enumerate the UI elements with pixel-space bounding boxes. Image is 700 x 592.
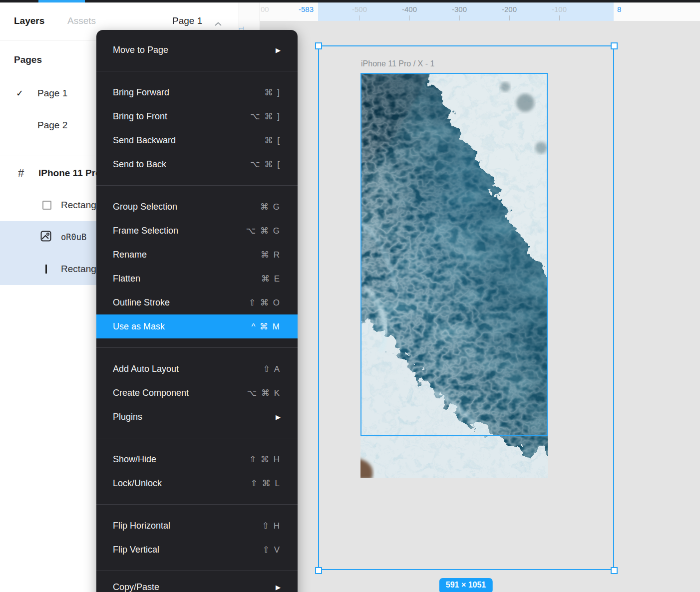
ruler-tick-label: -400	[394, 4, 424, 14]
menu-item-shortcut: ⇧ ⌘ H	[249, 454, 281, 465]
menu-section: Show/Hide ⇧ ⌘ H Lock/Unlock ⇧ ⌘ L	[96, 438, 298, 504]
menu-item-label: Send Backward	[113, 135, 176, 146]
context-menu: Move to Page ▶ Bring Forward ⌘ ] Bring t…	[96, 30, 298, 592]
menu-item-shortcut: ⇧ ⌘ L	[251, 478, 281, 489]
menu-item-shortcut: ⇧ ⌘ O	[249, 297, 281, 308]
selection-handle-top-left[interactable]	[315, 42, 322, 49]
menu-item-shortcut: ⌥ ⌘ K	[247, 388, 281, 398]
menu-item-label: Flip Vertical	[113, 545, 159, 555]
selection-size-badge: 591 × 1051	[439, 578, 493, 592]
chevron-up-icon[interactable]	[215, 19, 222, 28]
page-selector[interactable]: Page 1	[172, 15, 202, 26]
line-icon	[45, 265, 47, 274]
menu-item-shortcut: ⌘ [	[265, 135, 281, 146]
ruler-tick	[409, 15, 410, 20]
menu-item-shortcut: ⇧ V	[263, 545, 281, 555]
frame-label[interactable]: iPhone 11 Pro / X - 1	[361, 59, 434, 68]
menu-item-flip-vertical[interactable]: Flip Vertical ⇧ V	[96, 538, 298, 562]
menu-item-label: Frame Selection	[113, 226, 178, 236]
menu-item-label: Group Selection	[113, 202, 177, 212]
menu-item-label: Copy/Paste	[113, 582, 159, 592]
menu-item-rename[interactable]: Rename ⌘ R	[96, 243, 298, 267]
window-top-strip	[0, 0, 700, 2]
menu-item-label: Use as Mask	[113, 321, 165, 332]
menu-item-shortcut: ⌥ ⌘ [	[250, 159, 281, 170]
rectangle-icon	[42, 201, 51, 210]
menu-item-label: Show/Hide	[113, 454, 156, 465]
ruler-tick-label: -100	[544, 4, 574, 14]
menu-item-shortcut: ⇧ H	[262, 521, 281, 531]
menu-item-label: Flip Horizontal	[113, 521, 170, 531]
menu-section: Flip Horizontal ⇧ H Flip Vertical ⇧ V	[96, 504, 298, 571]
menu-item-group-selection[interactable]: Group Selection ⌘ G	[96, 195, 298, 219]
menu-item-show-hide[interactable]: Show/Hide ⇧ ⌘ H	[96, 447, 298, 471]
ruler-tick	[559, 15, 560, 20]
menu-item-create-component[interactable]: Create Component ⌥ ⌘ K	[96, 381, 298, 405]
ruler-tick-label: -300	[444, 4, 474, 14]
menu-section: Group Selection ⌘ G Frame Selection ⌥ ⌘ …	[96, 185, 298, 347]
ocean-photo	[360, 73, 548, 478]
pages-header: Pages	[14, 54, 42, 65]
horizontal-ruler: 00 -583 -500 -400 -300 -200 -100 8	[259, 2, 700, 21]
menu-item-flatten[interactable]: Flatten ⌘ E	[96, 267, 298, 291]
menu-section: Bring Forward ⌘ ] Bring to Front ⌥ ⌘ ] S…	[96, 71, 298, 185]
menu-section: Add Auto Layout ⇧ A Create Component ⌥ ⌘…	[96, 347, 298, 438]
menu-item-move-to-page[interactable]: Move to Page ▶	[96, 38, 298, 62]
ruler-corner	[239, 2, 260, 21]
ruler-tick-label: -200	[494, 4, 524, 14]
menu-item-shortcut: ⌘ E	[261, 274, 281, 284]
menu-item-label: Add Auto Layout	[113, 364, 179, 374]
selection-handle-bottom-left[interactable]	[315, 567, 322, 574]
submenu-arrow-icon: ▶	[276, 584, 281, 591]
menu-item-shortcut: ^ ⌘ M	[251, 321, 281, 332]
menu-item-shortcut: ⌥ ⌘ ]	[250, 111, 281, 122]
ruler-faded-number: 00	[261, 4, 269, 14]
menu-item-label: Move to Page	[113, 45, 168, 55]
tab-layers[interactable]: Layers	[14, 15, 44, 26]
menu-item-add-auto-layout[interactable]: Add Auto Layout ⇧ A	[96, 357, 298, 381]
menu-section: Move to Page ▶	[96, 30, 298, 71]
layer-label: oR0uB	[61, 232, 86, 242]
ruler-tick	[459, 15, 460, 20]
menu-item-label: Bring to Front	[113, 111, 167, 122]
menu-item-send-backward[interactable]: Send Backward ⌘ [	[96, 128, 298, 152]
ocean-image-layer[interactable]	[360, 73, 548, 478]
menu-item-bring-forward[interactable]: Bring Forward ⌘ ]	[96, 80, 298, 104]
menu-item-flip-horizontal[interactable]: Flip Horizontal ⇧ H	[96, 514, 298, 538]
submenu-arrow-icon: ▶	[276, 413, 281, 421]
menu-section: Copy/Paste ▶	[96, 571, 298, 592]
image-icon	[40, 230, 52, 244]
selection-handle-bottom-right[interactable]	[611, 567, 618, 574]
menu-item-use-as-mask[interactable]: Use as Mask ^ ⌘ M	[96, 314, 298, 338]
menu-item-shortcut: ⌘ ]	[265, 87, 281, 98]
check-icon: ✓	[16, 88, 23, 99]
menu-item-outline-stroke[interactable]: Outline Stroke ⇧ ⌘ O	[96, 291, 298, 314]
ruler-tick	[509, 15, 510, 20]
page-label: Page 2	[37, 120, 67, 131]
menu-item-frame-selection[interactable]: Frame Selection ⌥ ⌘ G	[96, 219, 298, 243]
submenu-arrow-icon: ▶	[276, 46, 281, 54]
ruler-selection-end: 8	[617, 4, 629, 14]
menu-item-label: Create Component	[113, 388, 189, 398]
menu-item-label: Lock/Unlock	[113, 478, 162, 489]
menu-item-label: Outline Stroke	[113, 297, 170, 308]
menu-item-shortcut: ⌘ R	[261, 250, 281, 260]
page-label: Page 1	[37, 88, 67, 99]
menu-item-label: Rename	[113, 250, 147, 260]
menu-item-copy-paste[interactable]: Copy/Paste ▶	[96, 575, 298, 592]
ruler-selection-start: -583	[280, 4, 314, 14]
menu-item-label: Send to Back	[113, 159, 166, 170]
menu-item-lock-unlock[interactable]: Lock/Unlock ⇧ ⌘ L	[96, 471, 298, 495]
frame-icon: #	[18, 167, 24, 180]
active-tab-strip	[38, 0, 85, 2]
menu-item-bring-to-front[interactable]: Bring to Front ⌥ ⌘ ]	[96, 104, 298, 128]
menu-item-shortcut: ⇧ A	[263, 364, 281, 374]
menu-item-label: Flatten	[113, 274, 140, 284]
menu-item-send-to-back[interactable]: Send to Back ⌥ ⌘ [	[96, 152, 298, 176]
selection-handle-top-right[interactable]	[611, 42, 618, 49]
tab-assets[interactable]: Assets	[67, 15, 96, 26]
figma-app-window: 00 -583 -500 -400 -300 -200 -100 8 11	[0, 0, 700, 592]
ruler-tick-label: -500	[345, 4, 374, 14]
ruler-tick	[359, 15, 360, 20]
menu-item-plugins[interactable]: Plugins ▶	[96, 405, 298, 429]
